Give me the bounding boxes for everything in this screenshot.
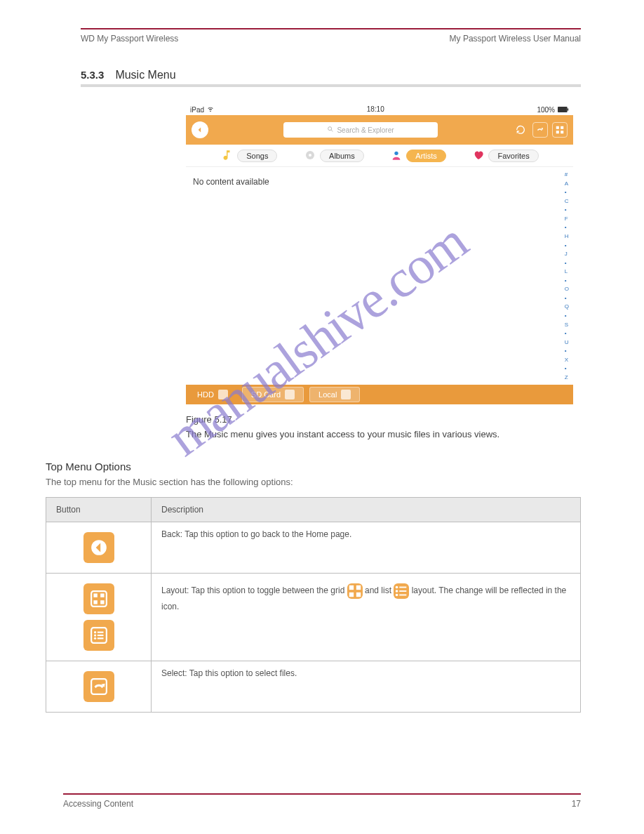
footer-section: Accessing Content [63, 799, 133, 809]
svg-rect-16 [100, 600, 104, 604]
heart-icon [473, 150, 484, 162]
artist-icon [391, 150, 402, 162]
layout-list-button-icon [83, 620, 114, 651]
svg-rect-31 [400, 590, 407, 592]
status-time: 18:10 [367, 105, 384, 114]
storage-bar: HDD SD Card Local [186, 385, 573, 404]
figure-number: Figure 5.17 [186, 414, 581, 425]
tab-songs[interactable]: Songs [237, 150, 277, 162]
cd-icon [304, 150, 316, 162]
svg-rect-0 [558, 107, 568, 112]
svg-line-3 [332, 130, 333, 131]
tab-favorites[interactable]: Favorites [488, 150, 538, 162]
svg-rect-27 [356, 593, 360, 597]
svg-rect-7 [561, 131, 563, 133]
layout-grid-button-icon [83, 583, 114, 614]
table-row: Back: Tap this option to go back to the … [46, 522, 581, 574]
svg-rect-23 [97, 637, 103, 639]
storage-hdd[interactable]: HDD [189, 387, 236, 402]
th-button: Button [46, 498, 152, 522]
svg-point-22 [93, 637, 95, 640]
svg-point-18 [93, 631, 95, 633]
no-content-message: No content available [186, 167, 573, 197]
svg-rect-1 [568, 108, 569, 110]
svg-point-2 [328, 127, 332, 131]
section-title: Music Menu [115, 69, 581, 81]
svg-rect-25 [356, 585, 360, 590]
battery-pct: 100% [537, 106, 555, 114]
row-desc: Back: Tap this option to go back to the … [152, 522, 581, 574]
svg-rect-15 [93, 600, 97, 604]
page-number: 17 [572, 799, 581, 809]
share-icon[interactable] [532, 122, 548, 138]
options-table: Button Description Back: Tap this option… [46, 497, 581, 713]
svg-point-9 [309, 154, 311, 157]
layout-grid-icon[interactable] [552, 122, 568, 138]
wifi-icon [207, 105, 214, 114]
svg-rect-24 [349, 585, 353, 590]
svg-rect-14 [100, 593, 104, 597]
back-button-icon [83, 532, 114, 563]
product-name: WD My Passport Wireless [81, 34, 178, 44]
svg-point-28 [396, 586, 398, 589]
svg-rect-33 [400, 595, 407, 596]
storage-local[interactable]: Local [309, 387, 360, 402]
refresh-icon[interactable] [513, 122, 528, 138]
svg-rect-13 [93, 593, 97, 597]
search-input[interactable]: Search & Explorer [283, 122, 438, 138]
app-header: Search & Explorer [186, 115, 573, 145]
row-desc: Layout: Tap this option to toggle betwee… [152, 574, 581, 661]
svg-point-10 [395, 151, 398, 154]
svg-rect-29 [400, 587, 407, 588]
carrier-label: iPad [190, 106, 204, 114]
table-row: Select: Tap this option to select files. [46, 661, 581, 713]
music-note-icon [220, 149, 233, 163]
svg-point-30 [396, 590, 398, 593]
svg-rect-21 [97, 635, 103, 636]
svg-rect-6 [556, 131, 559, 133]
sd-card-icon [285, 390, 295, 399]
subsection-heading: Top Menu Options [46, 461, 581, 472]
manual-title: My Passport Wireless User Manual [450, 34, 581, 44]
tab-albums[interactable]: Albums [320, 150, 364, 162]
status-bar: iPad 18:10 100% [186, 104, 573, 115]
list-inline-icon [394, 583, 409, 599]
row-desc: Select: Tap this option to select files. [152, 661, 581, 713]
svg-point-32 [396, 594, 398, 597]
section-number: 5.3.3 [81, 69, 104, 81]
th-description: Description [152, 498, 581, 522]
phone-icon [341, 390, 351, 399]
svg-point-20 [93, 634, 95, 636]
grid-inline-icon [347, 583, 363, 599]
figure-screenshot: iPad 18:10 100% [186, 104, 581, 439]
filter-row: Songs Albums Artists [186, 145, 573, 167]
select-button-icon [83, 671, 114, 702]
svg-rect-19 [97, 632, 103, 633]
storage-sd[interactable]: SD Card [242, 387, 304, 402]
alpha-index[interactable]: # A • C • F • H • J • L • O • Q • [565, 171, 569, 380]
table-header-row: Button Description [46, 498, 581, 522]
hdd-icon [218, 390, 228, 399]
battery-icon [558, 106, 569, 114]
tab-artists[interactable]: Artists [406, 150, 446, 162]
svg-rect-4 [556, 126, 559, 129]
table-row: Layout: Tap this option to toggle betwee… [46, 574, 581, 661]
figure-caption: The Music menu gives you instant access … [186, 429, 581, 439]
svg-rect-26 [349, 593, 353, 597]
search-placeholder: Search & Explorer [337, 126, 394, 134]
svg-rect-5 [561, 126, 563, 129]
subsection-body: The top menu for the Music section has t… [46, 477, 581, 487]
search-icon [327, 126, 334, 134]
back-icon[interactable] [192, 121, 208, 138]
